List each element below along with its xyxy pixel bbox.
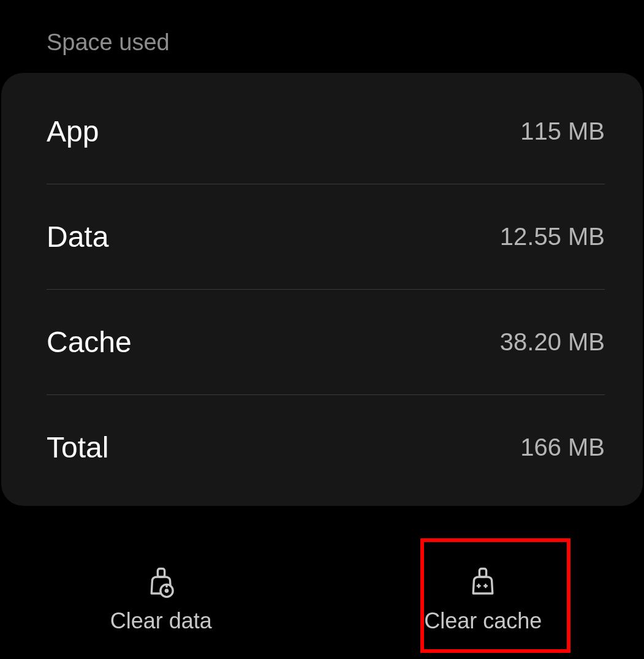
clear-cache-label: Clear cache xyxy=(424,608,542,634)
bottom-action-bar: Clear data Clear cache xyxy=(0,540,644,659)
storage-row-total: Total 166 MB xyxy=(47,395,605,506)
broom-data-icon xyxy=(144,565,178,600)
storage-value-total: 166 MB xyxy=(520,434,605,461)
svg-point-2 xyxy=(164,589,169,593)
svg-rect-0 xyxy=(157,568,164,577)
broom-sparkle-icon xyxy=(466,565,500,600)
storage-panel: App 115 MB Data 12.55 MB Cache 38.20 MB … xyxy=(1,73,643,506)
clear-data-label: Clear data xyxy=(110,608,212,634)
storage-value-cache: 38.20 MB xyxy=(500,328,605,356)
clear-cache-button[interactable]: Clear cache xyxy=(322,540,645,659)
storage-value-app: 115 MB xyxy=(520,118,605,145)
svg-rect-3 xyxy=(480,568,487,577)
storage-row-cache: Cache 38.20 MB xyxy=(47,290,605,394)
storage-label-data: Data xyxy=(47,220,108,254)
storage-label-app: App xyxy=(47,115,99,148)
storage-label-total: Total xyxy=(47,431,108,464)
storage-label-cache: Cache xyxy=(47,325,132,359)
storage-value-data: 12.55 MB xyxy=(500,223,605,250)
storage-row-app: App 115 MB xyxy=(47,73,605,184)
clear-data-button[interactable]: Clear data xyxy=(0,540,322,659)
section-header-space-used: Space used xyxy=(0,0,644,73)
storage-row-data: Data 12.55 MB xyxy=(47,184,605,289)
